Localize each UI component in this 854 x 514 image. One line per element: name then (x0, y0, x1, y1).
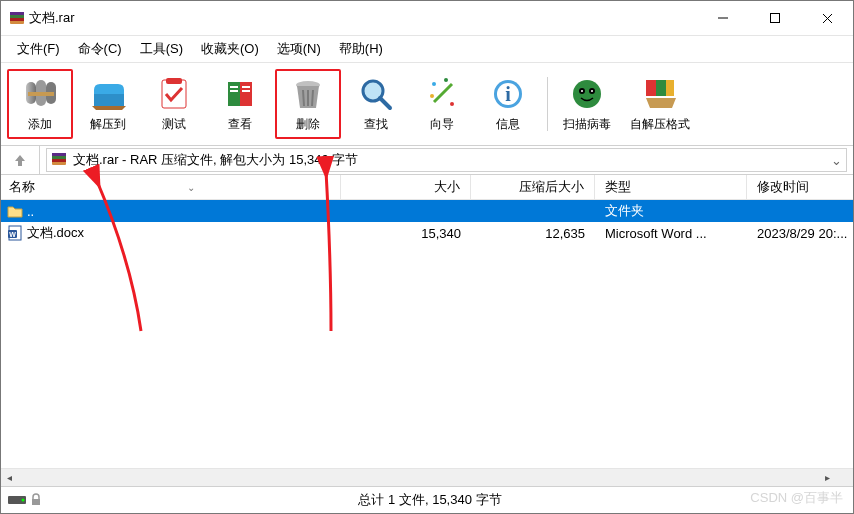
item-date: 2023/8/29 20:... (747, 226, 853, 241)
close-button[interactable] (801, 2, 853, 34)
path-text: 文档.rar - RAR 压缩文件, 解包大小为 15,340 字节 (73, 151, 358, 169)
svg-point-33 (573, 80, 601, 108)
delete-icon (290, 76, 326, 112)
info-label: 信息 (496, 116, 520, 133)
col-name[interactable]: 名称 (1, 175, 341, 199)
info-icon: i (490, 76, 526, 112)
menu-file[interactable]: 文件(F) (17, 40, 60, 58)
test-label: 测试 (162, 116, 186, 133)
toolbar: 添加 解压到 测试 查看 删除 查找 向导 i 信息 (1, 63, 853, 146)
view-icon (222, 76, 258, 112)
up-button[interactable] (1, 146, 40, 174)
item-size: 15,340 (341, 226, 471, 241)
winrar-icon-small (51, 151, 67, 170)
view-label: 查看 (228, 116, 252, 133)
scroll-left-icon[interactable]: ◂ (1, 469, 18, 486)
address-bar[interactable]: 文档.rar - RAR 压缩文件, 解包大小为 15,340 字节 ⌄ (46, 148, 847, 172)
wizard-icon (424, 76, 460, 112)
svg-rect-17 (242, 86, 250, 88)
menu-help[interactable]: 帮助(H) (339, 40, 383, 58)
menu-opt[interactable]: 选项(N) (277, 40, 321, 58)
add-button[interactable]: 添加 (7, 69, 73, 139)
winrar-icon (9, 10, 25, 26)
add-icon (22, 76, 58, 112)
item-name: 文档.docx (27, 224, 84, 242)
scan-label: 扫描病毒 (563, 116, 611, 133)
status-text: 总计 1 文件, 15,340 字节 (67, 491, 793, 509)
drive-icon (7, 493, 27, 507)
svg-rect-39 (656, 80, 666, 96)
svg-line-22 (312, 90, 313, 106)
status-icons (1, 493, 67, 507)
svg-rect-16 (230, 90, 238, 92)
status-bar: 总计 1 文件, 15,340 字节 (1, 486, 853, 513)
svg-rect-5 (771, 14, 780, 23)
svg-point-37 (591, 90, 593, 92)
svg-point-49 (22, 499, 25, 502)
menu-cmd[interactable]: 命令(C) (78, 40, 122, 58)
svg-rect-14 (166, 78, 182, 84)
svg-point-26 (432, 82, 436, 86)
maximize-button[interactable] (749, 2, 801, 34)
sfx-label: 自解压格式 (630, 116, 690, 133)
wizard-button[interactable]: 向导 (411, 71, 473, 137)
file-list: .. 文件夹 W文档.docx 15,340 12,635 Microsoft … (1, 200, 853, 486)
extract-label: 解压到 (90, 116, 126, 133)
find-button[interactable]: 查找 (345, 71, 407, 137)
item-type: Microsoft Word ... (595, 226, 747, 241)
extract-button[interactable]: 解压到 (77, 71, 139, 137)
svg-line-24 (380, 98, 390, 108)
col-date[interactable]: 修改时间 (747, 175, 853, 199)
info-button[interactable]: i 信息 (477, 71, 539, 137)
folder-icon (7, 204, 23, 218)
svg-rect-13 (162, 80, 186, 108)
window-title: 文档.rar (29, 9, 75, 27)
title-bar: 文档.rar (1, 1, 853, 36)
column-headers: 名称 ⌄ 大小 压缩后大小 类型 修改时间 (1, 175, 853, 200)
col-size[interactable]: 大小 (341, 175, 471, 199)
horizontal-scrollbar[interactable]: ◂ ▸ (1, 468, 836, 486)
view-button[interactable]: 查看 (209, 71, 271, 137)
wizard-label: 向导 (430, 116, 454, 133)
test-button[interactable]: 测试 (143, 71, 205, 137)
chevron-down-icon[interactable]: ⌄ (826, 153, 846, 168)
minimize-button[interactable] (697, 2, 749, 34)
delete-button[interactable]: 删除 (275, 69, 341, 139)
menu-fav[interactable]: 收藏夹(O) (201, 40, 259, 58)
sfx-button[interactable]: 自解压格式 (622, 71, 698, 137)
test-icon (156, 76, 192, 112)
svg-text:W: W (9, 231, 16, 238)
svg-text:i: i (505, 83, 511, 105)
svg-rect-15 (230, 86, 238, 88)
col-type[interactable]: 类型 (595, 175, 747, 199)
find-label: 查找 (364, 116, 388, 133)
watermark: CSDN @百事半 (750, 489, 843, 507)
svg-rect-50 (32, 499, 40, 505)
svg-line-25 (434, 84, 452, 102)
scan-button[interactable]: 扫描病毒 (556, 71, 618, 137)
col-packed[interactable]: 压缩后大小 (471, 175, 595, 199)
svg-rect-18 (242, 90, 250, 92)
path-bar: 文档.rar - RAR 压缩文件, 解包大小为 15,340 字节 ⌄ (1, 146, 853, 175)
list-item-parent[interactable]: .. 文件夹 (1, 200, 853, 222)
item-name: .. (27, 204, 34, 219)
sort-indicator-icon: ⌄ (187, 182, 195, 193)
toolbar-separator (547, 77, 548, 131)
scroll-right-icon[interactable]: ▸ (819, 469, 836, 486)
svg-rect-11 (28, 92, 54, 96)
svg-point-29 (444, 78, 448, 82)
svg-rect-40 (666, 80, 674, 96)
sfx-icon (642, 76, 678, 112)
svg-point-28 (430, 94, 434, 98)
svg-rect-38 (646, 80, 656, 96)
svg-line-20 (303, 90, 304, 106)
delete-label: 删除 (296, 116, 320, 133)
svg-rect-42 (52, 153, 66, 156)
extract-icon (90, 76, 126, 112)
list-item-file[interactable]: W文档.docx 15,340 12,635 Microsoft Word ..… (1, 222, 853, 244)
docx-icon: W (7, 225, 23, 241)
menu-tool[interactable]: 工具(S) (140, 40, 183, 58)
svg-rect-1 (10, 12, 24, 15)
scroll-corner (836, 468, 853, 486)
svg-rect-3 (10, 18, 24, 21)
